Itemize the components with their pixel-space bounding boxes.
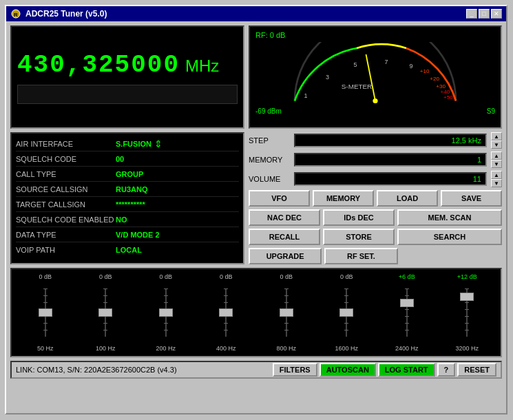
svg-text:7: 7 [385, 59, 388, 65]
eq-thumb[interactable] [219, 308, 233, 317]
eq-track [105, 288, 106, 337]
eq-track [406, 288, 408, 337]
button-row-3: RECALL STORE SEARCH [249, 229, 502, 245]
step-up-button[interactable]: ▲ [491, 132, 502, 140]
rf-set-button[interactable]: RF SET. [324, 248, 397, 264]
window-title: ADCR25 Tuner (v5.0) [25, 9, 107, 19]
upgrade-button[interactable]: UPGRADE [249, 248, 322, 264]
info-row-air-interface: AIR INTERFACE S.FUSION ⇕ [16, 136, 239, 151]
ids-dec-button[interactable]: IDs DEC [323, 209, 395, 226]
air-interface-arrow[interactable]: ⇕ [154, 138, 163, 149]
volume-up-button[interactable]: ▲ [491, 171, 502, 179]
eq-band-400-Hz: 0 dB400 Hz [197, 273, 256, 352]
eq-thumb[interactable] [39, 308, 52, 317]
eq-track [45, 288, 46, 337]
app-icon: R [10, 8, 21, 19]
source-callsign-value: RU3ANQ [116, 185, 147, 193]
recall-button[interactable]: RECALL [249, 229, 320, 245]
mem-scan-button[interactable]: MEM. SCAN [397, 209, 502, 226]
secondary-display [17, 85, 238, 104]
memory-down-button[interactable]: ▼ [491, 160, 502, 168]
vfo-button[interactable]: VFO [249, 190, 310, 207]
help-button[interactable]: ? [437, 363, 456, 377]
memory-up-button[interactable]: ▲ [491, 151, 502, 160]
info-panel: AIR INTERFACE S.FUSION ⇕ SQUELCH CODE 00… [10, 132, 244, 264]
target-callsign-value: ********** [116, 200, 145, 209]
minimize-button[interactable]: _ [466, 9, 477, 19]
smeter-dbm: -69 dBm S9 [255, 107, 495, 115]
eq-hz-label: 200 Hz [156, 345, 176, 352]
eq-slider-container [257, 282, 316, 344]
svg-line-18 [366, 54, 376, 101]
svg-text:1: 1 [304, 92, 308, 99]
svg-text:9: 9 [410, 63, 413, 70]
controls-panel: STEP 12,5 kHz ▲ ▼ MEMORY 1 ▲ ▼ [249, 132, 502, 264]
data-type-value: V/D MODE 2 [116, 231, 160, 239]
info-row-squelch-code: SQUELCH CODE 00 [16, 151, 239, 167]
svg-text:+10: +10 [420, 68, 430, 74]
main-window: R ADCR25 Tuner (v5.0) _ □ ✕ 430,325000 M… [5, 5, 507, 414]
content-area: 430,325000 MHz RF: 0 dB [6, 21, 506, 383]
eq-band-100-Hz: 0 dB100 Hz [76, 273, 136, 352]
eq-db-label: 0 dB [159, 273, 172, 280]
memory-spinner: ▲ ▼ [491, 151, 502, 168]
eq-thumb[interactable] [98, 308, 112, 317]
svg-text:+50: +50 [443, 94, 453, 101]
smeter-dbm-left: -69 dBm [255, 107, 282, 115]
call-type-value: GROUP [116, 170, 143, 178]
volume-down-button[interactable]: ▼ [491, 179, 502, 187]
eq-thumb[interactable] [159, 308, 173, 317]
svg-text:S-METER: S-METER [342, 83, 372, 90]
eq-track [165, 288, 167, 337]
svg-text:-50: -50 [397, 103, 406, 104]
eq-slider-container [16, 282, 75, 344]
titlebar-buttons: _ □ ✕ [466, 9, 502, 19]
memory-row: MEMORY 1 ▲ ▼ [249, 151, 502, 168]
save-button[interactable]: SAVE [441, 190, 502, 207]
volume-value: 11 [294, 172, 487, 186]
store-button[interactable]: STORE [323, 229, 395, 245]
reset-button[interactable]: RESET [457, 363, 496, 377]
memory-label: MEMORY [249, 156, 290, 164]
frequency-display: 430,325000 [17, 51, 180, 79]
svg-text:-110: -110 [335, 103, 347, 104]
step-down-button[interactable]: ▼ [491, 140, 502, 149]
step-spinner: ▲ ▼ [491, 132, 502, 149]
volume-row: VOLUME 11 ▲ ▼ [249, 171, 502, 187]
memory-button[interactable]: MEMORY [313, 190, 374, 207]
info-row-squelch-enabled: SQUELCH CODE ENABLED NO [16, 212, 239, 227]
info-row-call-type: CALL TYPE GROUP [16, 167, 239, 182]
eq-thumb[interactable] [400, 299, 414, 307]
eq-slider-container [76, 282, 136, 344]
data-type-label: DATA TYPE [16, 231, 116, 239]
filters-button[interactable]: FILTERS [273, 363, 317, 377]
eq-slider-container [136, 282, 196, 344]
eq-hz-label: 400 Hz [216, 345, 236, 352]
eq-thumb[interactable] [339, 308, 353, 317]
eq-track [346, 288, 347, 337]
smeter-panel: RF: 0 dB [249, 25, 502, 129]
eq-slider-container [317, 282, 377, 344]
memory-value: 1 [294, 153, 487, 167]
eq-db-label: 0 dB [280, 273, 293, 280]
frequency-row: 430,325000 MHz [17, 51, 238, 79]
load-button[interactable]: LOAD [377, 190, 438, 207]
nac-dec-button[interactable]: NAC DEC [249, 209, 320, 226]
squelch-code-label: SQUELCH CODE [16, 155, 116, 163]
eq-hz-label: 1600 Hz [335, 345, 358, 352]
close-button[interactable]: ✕ [491, 9, 502, 19]
svg-text:-140: -140 [302, 103, 314, 104]
log-start-button[interactable]: LOG START [378, 363, 435, 377]
eq-db-label: 0 dB [340, 273, 353, 280]
top-section: 430,325000 MHz RF: 0 dB [10, 25, 502, 129]
button-row-4: UPGRADE RF SET. [249, 248, 502, 264]
eq-thumb[interactable] [460, 293, 474, 301]
info-row-voip-path: VOIP PATH LOCAL [16, 242, 239, 258]
search-button[interactable]: SEARCH [397, 229, 502, 245]
svg-text:R: R [14, 12, 18, 18]
eq-thumb[interactable] [280, 308, 293, 317]
maximize-button[interactable]: □ [479, 9, 490, 19]
autoscan-button[interactable]: AUTOSCAN [320, 363, 376, 377]
svg-point-19 [373, 98, 377, 103]
voip-path-label: VOIP PATH [16, 246, 116, 254]
